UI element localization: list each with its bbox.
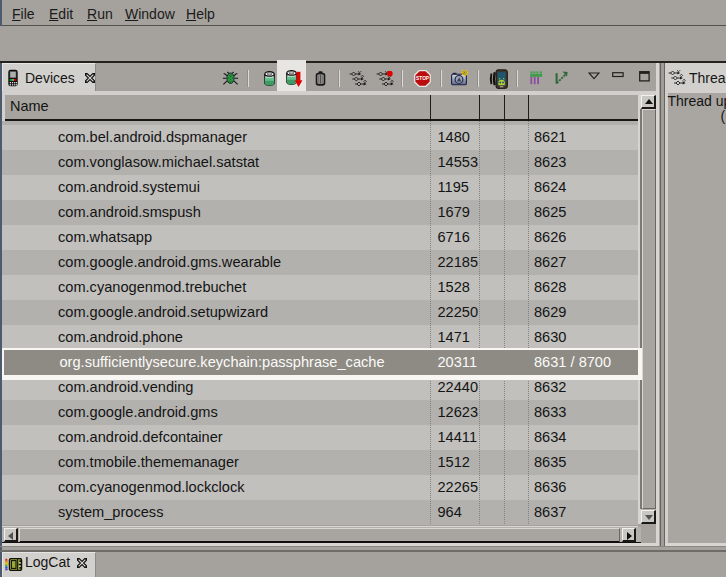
svg-text:STOP: STOP: [416, 76, 430, 81]
